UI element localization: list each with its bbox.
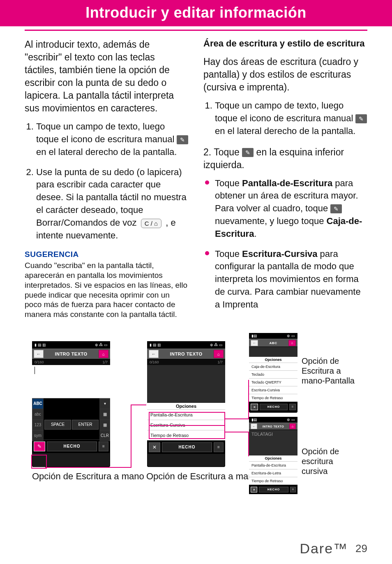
phone-screenshot-1: ▮ ▤ ▥⊕ ⁂ ▭ ← INTRO TEXTO ⌂ 0/160 1/7 ABC… (32, 341, 110, 467)
mode-sym[interactable]: sym (32, 430, 44, 441)
caption-1: Opción de Escritura a mano (32, 471, 144, 482)
pen-icon: ✎ (242, 148, 254, 157)
enter-key[interactable]: ENTER (72, 420, 99, 430)
opt-teclado-qwerty[interactable]: Teclado QWERTY (249, 378, 297, 386)
caption-2: Opción de Escritura a mano (146, 471, 258, 482)
left-step-2: Use la punta de su dedo (o lapicera) par… (36, 166, 189, 242)
home-button[interactable]: ⌂ (289, 423, 296, 429)
text-cursor (35, 367, 35, 374)
count-bar: 0/160 1/7 (32, 359, 110, 365)
status-bar: ▮▤⊕ ▭ (249, 333, 297, 339)
connector-line-v (131, 405, 131, 468)
home-button[interactable]: ⌂ (99, 350, 108, 358)
status-bar: ▮▤⊕ ▭ (249, 417, 297, 423)
home-button[interactable]: ⌂ (214, 350, 224, 358)
keyboard-section: ABC abc 123 sym ▾ ▦ ▦ CLR SPACE ENTER (32, 398, 110, 439)
right-column: Área de escritura y estilo de escritura … (203, 38, 367, 319)
space-key[interactable]: SPACE (44, 420, 71, 430)
pen-icon: ✎ (355, 114, 367, 123)
options-button[interactable]: ≡ (214, 442, 224, 452)
arrow-down-key[interactable]: ▾ (99, 398, 110, 409)
clr-key-icon: C / ⌂ (141, 219, 161, 228)
clr-key[interactable]: CLR (99, 430, 110, 441)
opt-escritura-cursiva[interactable]: Escritura-Cursiva (147, 420, 225, 430)
intro-texto-label: INTRO TEXTO (170, 351, 202, 356)
opt-pantalla-escritura[interactable]: Pantalla-de-Escritura (147, 409, 225, 420)
intro-paragraph: Al introducir texto, además de "escribir… (25, 38, 189, 115)
mode-abc-lower[interactable]: abc (32, 409, 44, 420)
hecho-button[interactable]: HECHO (260, 404, 288, 410)
mode-column: ABC abc 123 sym (32, 398, 44, 441)
pen-icon: ✎ (177, 135, 188, 144)
options-header: Opciones (249, 357, 297, 363)
right-heading: Área de escritura y estilo de escritura (203, 38, 367, 49)
pen-icon: ✎ (330, 204, 342, 213)
opt-escritura-letra[interactable]: Escritura-de-Letra (249, 469, 297, 477)
left-steps: Toque un campo de texto, luego toque el … (25, 120, 189, 242)
opt-tiempo-retraso[interactable]: Tiempo de Retraso (249, 394, 297, 402)
mode-123[interactable]: 123 (32, 420, 44, 430)
tip-title: SUGERENCIA (25, 250, 189, 259)
phone-screenshot-3: ▮▤⊕ ▭ ← ABC ⌂ Opciones Caja-de-Escritura… (249, 333, 297, 413)
options-list: Caja-de-Escritura Teclado Teclado QWERTY… (249, 363, 297, 402)
page-number: 29 (355, 542, 367, 555)
options-button[interactable]: ≡ (289, 404, 296, 410)
grid-key-2[interactable]: ▦ (99, 420, 110, 430)
bullet-pantalla: Toque Pantalla-de-Escritura para obtener… (203, 177, 367, 240)
text-input-dimmed (249, 347, 297, 357)
back-button[interactable]: ← (251, 423, 257, 429)
opt-pantalla-escritura[interactable]: Pantalla-de-Escritura (249, 461, 297, 469)
title-bar-intro: ← INTRO TEXTO ⌂ (32, 349, 110, 359)
handwriting-area[interactable]: TDLATAGI (249, 430, 297, 455)
count-bar: 0/160 1/7 (147, 359, 225, 365)
text-input-dimmed (147, 365, 225, 403)
phone-screenshot-2: ▮ ▤ ▥⊕ ⁂ ▭ ← INTRO TEXTO ⌂ 0/160 1/7 Opc… (147, 341, 225, 467)
right-step-1: Toque un campo de texto, luego toque el … (215, 99, 367, 137)
phone-screenshot-4: ▮▤⊕ ▭ ← INTRO TEXTO ⌂ TDLATAGI Opciones … (249, 417, 297, 488)
options-header: Opciones (249, 455, 297, 461)
connector-line-h (45, 467, 131, 468)
page-footer: Dare™ 29 (300, 541, 367, 557)
right-bullets: Toque Pantalla-de-Escritura para obtener… (203, 177, 367, 311)
grid-key-1[interactable]: ▦ (99, 409, 110, 420)
title-bar-intro: ← ABC ⌂ (249, 339, 297, 347)
back-button[interactable]: ← (251, 340, 258, 346)
mode-abc-upper[interactable]: ABC (32, 398, 44, 409)
options-menu: Opciones Pantalla-de-Escritura Escritura… (249, 455, 297, 485)
connector-r1 (224, 418, 248, 419)
options-menu: Opciones Pantalla-de-Escritura Escritura… (147, 403, 225, 440)
opt-tiempo-retraso[interactable]: Tiempo de Retraso (249, 477, 297, 485)
figures-area: ▮ ▤ ▥⊕ ⁂ ▭ ← INTRO TEXTO ⌂ 0/160 1/7 ABC… (25, 341, 367, 514)
done-row: ✕ HECHO ≡ (147, 440, 225, 454)
hecho-button[interactable]: HECHO (47, 441, 97, 451)
options-button[interactable]: ≡ (290, 487, 296, 492)
page-title: Introducir y editar información (85, 4, 307, 21)
page-title-bar: Introducir y editar información (0, 0, 392, 26)
connector-line-h2 (131, 405, 146, 405)
opt-teclado[interactable]: Teclado (249, 370, 297, 378)
back-button[interactable]: ← (34, 350, 44, 358)
options-header: Opciones (147, 403, 225, 409)
close-button[interactable]: ✕ (251, 404, 258, 410)
intro-texto-label: INTRO TEXTO (55, 351, 87, 356)
opt-escritura-cursiva[interactable]: Escritura-Cursiva (249, 386, 297, 394)
title-bar-intro: ← INTRO TEXTO ⌂ (249, 423, 297, 430)
status-bar: ▮ ▤ ▥⊕ ⁂ ▭ (147, 341, 225, 349)
opt-tiempo-retraso[interactable]: Tiempo de Retraso (147, 430, 225, 440)
pen-button[interactable]: ✎ (34, 441, 45, 451)
hecho-button[interactable]: HECHO (162, 442, 212, 452)
close-button[interactable]: ✕ (149, 442, 160, 452)
right-steps: Toque un campo de texto, luego toque el … (203, 99, 367, 137)
options-button[interactable]: ≡ (99, 441, 108, 451)
side-label-2: Opción de escritura cursiva (302, 446, 359, 476)
close-button[interactable]: ✕ (251, 487, 257, 492)
hecho-button[interactable]: HECHO (259, 487, 288, 492)
options-menu: Opciones Caja-de-Escritura Teclado Tecla… (249, 357, 297, 402)
opt-caja-escritura[interactable]: Caja-de-Escritura (249, 363, 297, 370)
back-button[interactable]: ← (149, 350, 159, 358)
home-button[interactable]: ⌂ (288, 340, 296, 346)
title-bar-intro: ← INTRO TEXTO ⌂ (147, 349, 225, 359)
done-row: ✎ HECHO ≡ (32, 439, 110, 453)
text-input-area[interactable] (32, 365, 110, 398)
bullet-cursiva: Toque Escritura-Cursiva para configurar … (203, 248, 367, 311)
